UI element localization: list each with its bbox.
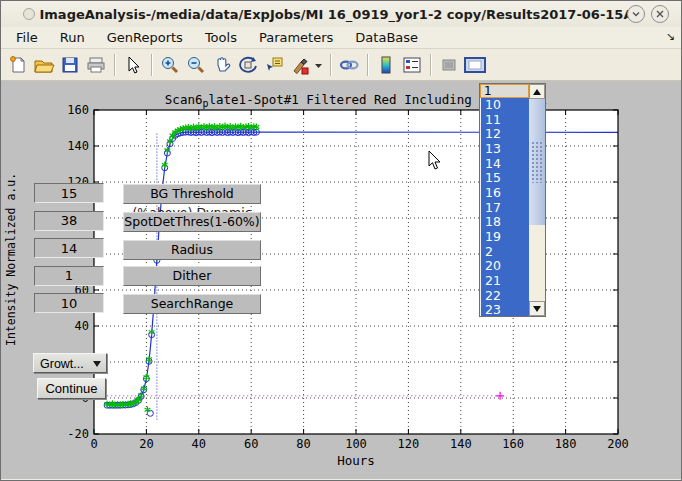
close-icon [655, 9, 665, 19]
menu-item-parameters[interactable]: Parameters [248, 28, 344, 47]
pointer-icon[interactable] [120, 52, 146, 78]
param-button-spotdetthres-1-60-[interactable]: SpotDetThres(1-60%) [123, 212, 261, 232]
svg-text:60: 60 [244, 437, 258, 451]
chevron-down-icon [631, 9, 641, 19]
menu-overflow-icon[interactable]: ↘ [666, 30, 675, 43]
spot-number-option-21[interactable]: 21 [480, 274, 529, 289]
svg-text:Hours: Hours [337, 453, 375, 468]
brush-icon[interactable] [287, 52, 313, 78]
spot-number-dropdown: 1 10111213141516171819220212223 [479, 83, 546, 317]
svg-text:120: 120 [398, 437, 420, 451]
param-button-radius[interactable]: Radius [123, 240, 261, 260]
print-icon[interactable] [83, 52, 109, 78]
titlebar: ImageAnalysis-/media/data/ExpJobs/MI 16_… [1, 1, 681, 27]
spot-number-option-18[interactable]: 18 [480, 215, 529, 230]
param-edit-radius[interactable] [34, 238, 104, 258]
spot-number-option-14[interactable]: 14 [480, 157, 529, 172]
param-button-bg-threshold[interactable]: BG Threshold [123, 184, 261, 204]
plottools-hide-icon[interactable] [436, 52, 462, 78]
colorbar-icon[interactable] [373, 52, 399, 78]
svg-text:-20: -20 [67, 427, 89, 441]
scrollbar-track[interactable] [529, 225, 545, 301]
menu-item-database[interactable]: DataBase [344, 28, 429, 47]
window-title: ImageAnalysis-/media/data/ExpJobs/MI 16_… [1, 7, 681, 22]
toolbar [1, 49, 681, 81]
scroll-down-button[interactable] [529, 301, 545, 316]
spot-number-option-16[interactable]: 16 [480, 186, 529, 201]
spot-number-option-12[interactable]: 12 [480, 127, 529, 142]
zoom-in-icon[interactable] [157, 52, 183, 78]
param-edit-spotdetthres-1-60-[interactable] [34, 211, 104, 231]
spot-number-option-20[interactable]: 20 [480, 259, 529, 274]
svg-text:100: 100 [345, 437, 367, 451]
zoom-out-icon[interactable] [183, 52, 209, 78]
app-window: ImageAnalysis-/media/data/ExpJobs/MI 16_… [0, 0, 682, 481]
brush-dropdown-icon[interactable] [313, 52, 325, 78]
spot-number-option-15[interactable]: 15 [480, 171, 529, 186]
menu-item-genreports[interactable]: GenReports [96, 28, 194, 47]
spot-number-option-11[interactable]: 11 [480, 113, 529, 128]
dropdown-scrollbar [529, 84, 545, 316]
bg-threshold-sublabel: (%above) Dynamic [123, 205, 261, 212]
toolbar-separator [430, 54, 431, 76]
svg-text:20: 20 [139, 437, 153, 451]
param-edit-dither[interactable] [34, 266, 104, 286]
spot-number-editor[interactable]: 1 [480, 84, 529, 98]
data-cursor-icon[interactable] [261, 52, 287, 78]
open-file-icon[interactable] [31, 52, 57, 78]
toolbar-separator [151, 54, 152, 76]
svg-text:Intensity Normalized a.u.: Intensity Normalized a.u. [4, 173, 18, 346]
spot-number-option-17[interactable]: 17 [480, 201, 529, 216]
svg-text:140: 140 [67, 139, 89, 153]
toolbar-separator [114, 54, 115, 76]
window-menu-icon[interactable] [23, 8, 35, 20]
toolbar-separator [330, 54, 331, 76]
new-file-icon[interactable] [5, 52, 31, 78]
growth-mode-dropdown[interactable]: Growt... [33, 353, 107, 373]
svg-text:80: 80 [296, 437, 310, 451]
spot-number-option-10[interactable]: 10 [480, 98, 529, 113]
svg-text:40: 40 [192, 437, 206, 451]
figure-area: 020406080100120140160180200-200204060801… [1, 85, 682, 479]
param-button-searchrange[interactable]: SearchRange [123, 294, 261, 314]
plottools-show-icon[interactable] [462, 52, 488, 78]
continue-button[interactable]: Continue [37, 378, 106, 399]
close-window-button[interactable] [651, 5, 669, 23]
menu-item-file[interactable]: File [5, 28, 49, 47]
svg-text:160: 160 [67, 103, 89, 117]
link-plots-icon[interactable] [336, 52, 362, 78]
legend-icon[interactable] [399, 52, 425, 78]
spot-number-option-23[interactable]: 23 [480, 303, 529, 316]
save-icon[interactable] [57, 52, 83, 78]
scroll-up-button[interactable] [529, 84, 545, 99]
svg-text:200: 200 [607, 437, 629, 451]
scrollbar-thumb[interactable] [529, 99, 545, 225]
spot-number-option-19[interactable]: 19 [480, 230, 529, 245]
chevron-down-icon [93, 361, 101, 367]
svg-text:180: 180 [555, 437, 577, 451]
svg-text:160: 160 [502, 437, 524, 451]
rotate-3d-icon[interactable] [235, 52, 261, 78]
svg-text:40: 40 [75, 319, 89, 333]
toolbar-separator [367, 54, 368, 76]
param-edit-searchrange[interactable] [34, 293, 104, 313]
shade-window-button[interactable] [627, 5, 645, 23]
svg-text:140: 140 [450, 437, 472, 451]
spot-number-option-22[interactable]: 22 [480, 289, 529, 304]
menu-item-tools[interactable]: Tools [194, 28, 248, 47]
param-edit-bg-threshold[interactable] [34, 183, 104, 203]
pan-icon[interactable] [209, 52, 235, 78]
menubar: FileRunGenReportsToolsParametersDataBase… [1, 27, 681, 49]
param-button-dither[interactable]: Dither [123, 266, 261, 286]
spot-number-option-2[interactable]: 2 [480, 245, 529, 260]
menu-item-run[interactable]: Run [49, 28, 96, 47]
spot-number-option-13[interactable]: 13 [480, 142, 529, 157]
svg-text:0: 0 [90, 437, 97, 451]
